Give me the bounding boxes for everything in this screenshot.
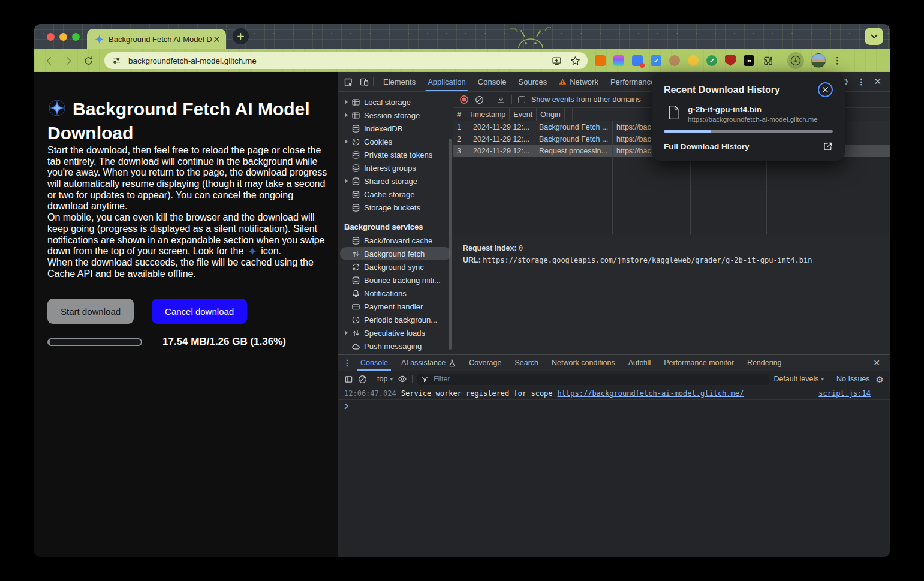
column-header[interactable]: Event [510,108,537,121]
close-tab-icon[interactable] [213,36,220,43]
browser-menu-icon[interactable]: ⋮ [833,55,842,66]
expand-triangle-icon[interactable] [345,100,348,104]
dark-eyes-extension[interactable]: •• [744,55,754,66]
start-download-button[interactable]: Start download [47,299,134,324]
sidebar-item[interactable]: Background sync [340,260,451,273]
monkey-extension[interactable] [669,55,680,66]
expand-triangle-icon[interactable] [345,179,348,183]
column-header[interactable] [580,108,588,121]
drawer-menu-icon[interactable]: ⋮ [343,358,351,368]
sidebar-item[interactable]: Back/forward cache [340,234,451,247]
url-input[interactable] [127,56,552,66]
console-settings-icon[interactable]: ⚙ [876,375,884,384]
drawer-tab[interactable]: AI assistance [395,355,462,371]
sidebar-item[interactable]: Interest groups [340,161,451,174]
stripes-extension[interactable] [613,55,624,66]
bookmark-star-icon[interactable] [570,56,580,66]
sidebar-item[interactable]: Bounce tracking miti... [340,273,451,287]
close-window-button[interactable] [47,33,55,41]
sidebar-item[interactable]: Local storage [340,95,451,109]
column-header[interactable]: Timestamp [465,108,510,121]
cancel-download-button[interactable]: Cancel download [152,299,247,324]
sidebar-item[interactable]: Notifications [340,287,451,300]
console-prompt[interactable] [338,400,890,413]
fox-extension[interactable] [595,55,606,66]
tab-search-button[interactable] [865,28,883,45]
console-filter[interactable] [417,374,769,385]
show-events-checkbox[interactable] [518,96,525,103]
drawer-tab[interactable]: Console [354,355,395,371]
reload-icon[interactable] [83,56,94,66]
browser-tab[interactable]: Background Fetch AI Model D [87,29,226,49]
drawer-tab[interactable]: Network conditions [545,355,622,371]
popup-close-button[interactable] [818,82,833,97]
red-shield-extension[interactable] [725,55,736,66]
log-levels-dropdown[interactable]: Default levels▾ [773,375,824,383]
sidebar-item[interactable]: Payment handler [340,300,451,313]
sidebar-item[interactable]: Periodic backgroun... [340,313,451,326]
devtools-close-icon[interactable]: ✕ [874,76,881,87]
drawer-tab[interactable]: Coverage [462,355,508,371]
minimize-window-button[interactable] [59,33,67,41]
sidebar-scrollbar[interactable] [449,139,452,350]
site-settings-tune-icon[interactable] [112,56,121,65]
password-key-extension[interactable] [632,55,643,66]
zoom-window-button[interactable] [72,33,80,41]
sidebar-item[interactable]: IndexedDB [340,122,451,135]
tasks-check-extension[interactable]: ✓ [651,55,661,66]
sidebar-item[interactable]: Session storage [340,109,451,122]
send-to-device-icon[interactable] [552,56,562,66]
sidebar-item[interactable]: Background fetch [340,247,451,260]
device-toolbar-icon[interactable] [359,77,369,87]
column-header[interactable] [565,108,573,121]
sidebar-item[interactable]: Cache storage [340,188,451,201]
drawer-tab[interactable]: Rendering [741,355,788,371]
sidebar-item[interactable]: Push messaging [340,339,451,353]
external-link-icon[interactable] [823,142,833,151]
expand-triangle-icon[interactable] [345,139,348,144]
download-item[interactable]: g-2b-it-gpu-int4.bin https://backgroundf… [664,105,833,123]
sidebar-item[interactable]: Shared storage [340,174,451,188]
clear-console-icon[interactable] [358,375,367,384]
sidebar-item[interactable]: Storage buckets [340,201,451,214]
devtools-tab[interactable]: Console [472,72,513,91]
profile-avatar[interactable] [811,53,826,68]
drawer-tab[interactable]: Autofill [622,355,658,371]
drawer-close-icon[interactable]: ✕ [873,358,885,368]
console-sidebar-toggle-icon[interactable] [344,375,353,384]
extensions-puzzle-icon[interactable] [762,55,773,67]
devtools-tab[interactable]: Network [553,72,604,91]
log-scope-link[interactable]: https://backgroundfetch-ai-model.glitch.… [558,389,744,398]
drawer-tab[interactable]: Search [508,355,545,371]
expand-triangle-icon[interactable] [345,113,348,118]
full-download-history-link[interactable]: Full Download History [664,142,750,151]
devtools-tab[interactable]: Application [422,72,472,91]
verified-check-extension[interactable]: ✓ [706,55,717,66]
issues-counter[interactable]: No Issues [836,375,870,383]
drawer-tab[interactable]: Performance monitor [657,355,741,371]
omnibox[interactable] [104,52,588,69]
live-expression-eye-icon[interactable] [398,374,407,384]
new-tab-button[interactable] [233,28,249,44]
record-icon[interactable] [459,95,469,104]
context-selector[interactable]: top▾ [377,375,393,383]
save-events-icon[interactable] [496,95,505,104]
construction-worker-extension[interactable] [688,55,699,66]
column-header[interactable] [573,108,580,121]
column-header[interactable]: Origin [537,108,564,121]
expand-triangle-icon[interactable] [345,330,348,335]
sidebar-item[interactable]: Speculative loads [340,326,451,339]
sidebar-item[interactable]: Private state tokens [340,148,451,161]
back-icon[interactable] [44,56,54,66]
inspect-element-icon[interactable] [343,77,353,87]
sidebar-item[interactable]: Cookies [340,135,451,148]
clear-icon[interactable] [475,95,484,104]
devtools-tab[interactable]: Elements [377,72,422,91]
log-source-link[interactable]: script.js:14 [818,389,871,398]
filter-input[interactable] [432,374,765,384]
devtools-tab[interactable]: Sources [513,72,553,91]
devtools-menu-icon[interactable]: ⋮ [857,77,865,86]
forward-icon[interactable] [64,56,74,66]
downloads-button[interactable] [787,52,804,69]
column-header[interactable]: # [453,108,465,121]
